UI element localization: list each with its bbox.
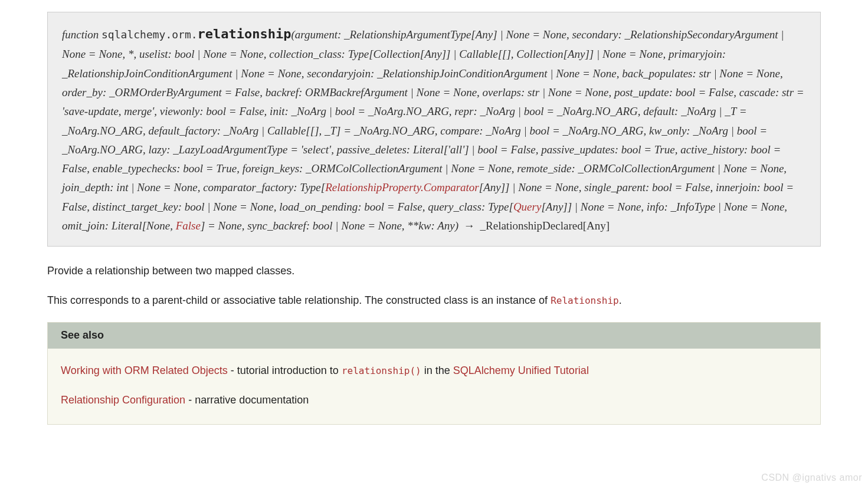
code-relationship-call: relationship(): [342, 365, 421, 376]
link-working-with-orm-related-objects[interactable]: Working with ORM Related Objects: [61, 365, 228, 376]
see-also-title: See also: [48, 323, 820, 349]
link-relationship-configuration[interactable]: Relationship Configuration: [61, 394, 185, 406]
signature-params-part1: (argument: _RelationshipArgumentType[Any…: [62, 28, 804, 193]
signature-params-part4: ] = None, sync_backref: bool | None = No…: [201, 219, 458, 232]
description-para-2-text-b: .: [619, 294, 622, 306]
see-also-item-1-text-a: - tutorial introduction to: [228, 365, 342, 376]
see-also-item-1-text-b: in the: [421, 365, 453, 376]
signature-prefix: function: [62, 28, 101, 41]
link-query[interactable]: Query: [513, 201, 541, 213]
see-also-box: See also Working with ORM Related Object…: [47, 322, 821, 425]
see-also-item-2-text: - narrative documentation: [185, 394, 309, 406]
link-relationshipproperty-comparator[interactable]: RelationshipProperty.Comparator: [325, 181, 479, 193]
link-false[interactable]: False: [176, 219, 201, 232]
see-also-item-2: Relationship Configuration - narrative d…: [61, 392, 807, 409]
signature-module: sqlalchemy.orm.: [101, 28, 198, 41]
signature-name: relationship: [198, 27, 291, 41]
see-also-body: Working with ORM Related Objects - tutor…: [48, 349, 820, 424]
description-para-1: Provide a relationship between two mappe…: [47, 263, 821, 280]
link-sqlalchemy-unified-tutorial[interactable]: SQLAlchemy Unified Tutorial: [453, 365, 589, 376]
see-also-item-1: Working with ORM Related Objects - tutor…: [61, 363, 807, 379]
description-para-2-text-a: This corresponds to a parent-child or as…: [47, 294, 551, 306]
function-signature: function sqlalchemy.orm.relationship(arg…: [47, 12, 821, 247]
arrow-icon: →: [461, 219, 477, 232]
doc-page: function sqlalchemy.orm.relationship(arg…: [0, 0, 868, 448]
description-para-2: This corresponds to a parent-child or as…: [47, 293, 821, 309]
code-relationship-class: Relationship: [551, 295, 619, 306]
signature-return-type: _RelationshipDeclared[Any]: [480, 219, 610, 232]
description-block: Provide a relationship between two mappe…: [47, 263, 821, 309]
